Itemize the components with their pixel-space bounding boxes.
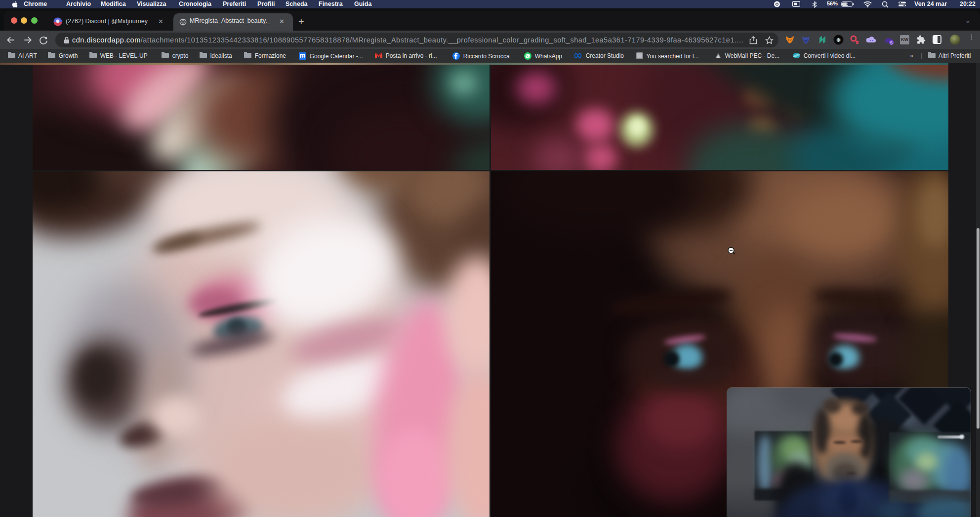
svg-text:31: 31 — [301, 55, 305, 58]
svg-text:❋: ❋ — [836, 37, 841, 43]
svg-text:5: 5 — [890, 40, 893, 45]
